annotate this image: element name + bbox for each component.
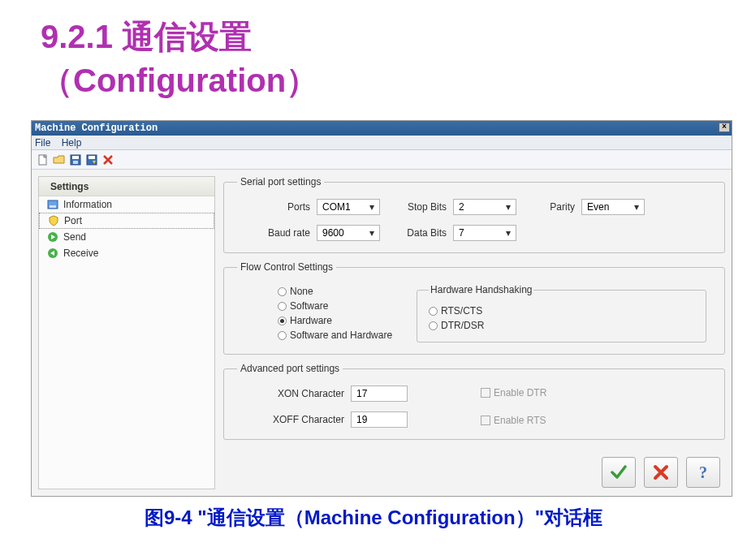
radio-icon	[278, 302, 287, 311]
baud-value: 9600	[322, 227, 344, 239]
check-icon	[609, 463, 628, 482]
flow-control-group: Flow Control Settings None Software	[223, 261, 725, 355]
stopbits-label: Stop Bits	[380, 201, 453, 213]
hw-radio-dtrdsr[interactable]: DTR/DSR	[429, 318, 694, 333]
stopbits-value: 2	[459, 201, 464, 213]
sidebar-header: Settings	[39, 177, 214, 196]
baud-combo[interactable]: 9600 ▾	[317, 225, 380, 241]
xon-value: 17	[356, 388, 367, 399]
parity-combo[interactable]: Even ▾	[581, 199, 645, 215]
xoff-value: 19	[356, 414, 367, 425]
databits-label: Data Bits	[380, 227, 453, 239]
radio-icon	[278, 287, 287, 296]
hardware-handshaking-group: Hardware Handshaking RTS/CTS DTR/DSR	[417, 284, 706, 342]
xon-input[interactable]: 17	[351, 386, 408, 402]
figure-caption: 图9-4 "通信设置（Machine Configuration）"对话框	[0, 505, 747, 531]
enable-dtr-checkbox: Enable DTR	[481, 386, 546, 400]
hw-radio-rtscts[interactable]: RTS/CTS	[429, 304, 694, 318]
radio-icon	[429, 307, 438, 316]
menu-file[interactable]: File	[35, 137, 50, 149]
sidebar-item-label: Information	[63, 196, 112, 213]
question-icon: ?	[694, 463, 712, 481]
chevron-down-icon: ▾	[501, 200, 516, 214]
svg-rect-3	[73, 161, 78, 164]
serial-legend: Serial port settings	[237, 176, 324, 187]
flow-radio-hardware[interactable]: Hardware	[278, 313, 392, 328]
svg-rect-7	[50, 205, 56, 208]
enable-dtr-label: Enable DTR	[494, 387, 546, 398]
svg-text:?: ?	[699, 463, 707, 481]
databits-value: 7	[459, 227, 464, 239]
flow-label: Hardware	[290, 315, 332, 326]
databits-combo[interactable]: 7 ▾	[453, 225, 516, 241]
radio-selected-icon	[278, 317, 287, 325]
menu-bar: File Help	[32, 136, 732, 150]
slide-title-line1: 9.2.1 通信设置	[41, 19, 252, 54]
content-area: Settings Information Port Send	[32, 170, 732, 496]
sidebar-item-label: Port	[64, 213, 82, 229]
cross-icon	[652, 463, 670, 481]
radio-icon	[429, 321, 438, 330]
sidebar-item-label: Send	[63, 229, 86, 245]
help-button[interactable]: ?	[686, 457, 720, 488]
window-titlebar: Machine Configuration ×	[32, 121, 732, 136]
new-file-icon[interactable]	[37, 153, 50, 166]
window-title-text: Machine Configuration	[35, 123, 158, 134]
flow-label: Software	[290, 300, 328, 312]
ports-label: Ports	[237, 201, 317, 213]
radio-icon	[278, 331, 287, 340]
enable-rts-label: Enable RTS	[494, 415, 546, 426]
menu-help[interactable]: Help	[62, 137, 82, 149]
flow-radio-software[interactable]: Software	[278, 299, 392, 313]
flow-radio-none[interactable]: None	[278, 284, 392, 299]
chevron-down-icon: ▾	[365, 200, 379, 214]
slide-title-line2: （Configuration）	[41, 58, 747, 102]
hw-label: DTR/DSR	[441, 320, 484, 331]
svg-rect-2	[72, 156, 79, 159]
flow-label: None	[290, 286, 313, 297]
sidebar-item-information[interactable]: Information	[39, 196, 214, 213]
window-close-button[interactable]: ×	[719, 123, 730, 132]
flow-label: Software and Hardware	[290, 330, 392, 341]
disk-icon	[47, 199, 58, 210]
hw-legend: Hardware Handshaking	[429, 284, 533, 295]
ok-button[interactable]	[602, 457, 636, 488]
chevron-down-icon: ▾	[365, 226, 379, 240]
hw-label: RTS/CTS	[441, 305, 482, 317]
close-icon: ×	[722, 123, 727, 131]
main-panel: Serial port settings Ports COM1 ▾ Stop B…	[223, 176, 725, 489]
ports-value: COM1	[322, 201, 351, 213]
arrow-right-icon	[47, 231, 58, 243]
arrow-left-icon	[47, 248, 58, 259]
xoff-input[interactable]: 19	[351, 411, 408, 428]
xon-label: XON Character	[261, 388, 351, 399]
svg-rect-5	[89, 156, 95, 159]
sidebar-item-label: Receive	[63, 245, 98, 261]
sidebar-item-receive[interactable]: Receive	[39, 245, 214, 261]
parity-label: Parity	[516, 201, 581, 213]
advanced-legend: Advanced port settings	[237, 363, 343, 374]
open-folder-icon[interactable]	[53, 153, 66, 166]
shield-icon	[48, 215, 59, 226]
toolbar	[32, 150, 732, 170]
settings-sidebar: Settings Information Port Send	[38, 176, 215, 489]
enable-rts-checkbox: Enable RTS	[481, 413, 546, 428]
flow-legend: Flow Control Settings	[237, 261, 336, 273]
checkbox-icon	[481, 416, 490, 425]
flow-radio-sw-hw[interactable]: Software and Hardware	[278, 328, 392, 342]
xoff-label: XOFF Character	[261, 414, 351, 425]
parity-value: Even	[587, 201, 609, 213]
checkbox-icon	[481, 388, 490, 398]
dialog-footer-buttons: ?	[602, 457, 720, 488]
stopbits-combo[interactable]: 2 ▾	[453, 199, 516, 215]
sidebar-item-send[interactable]: Send	[39, 229, 214, 245]
save-as-icon[interactable]	[85, 153, 98, 166]
baud-label: Baud rate	[237, 227, 317, 239]
serial-port-settings-group: Serial port settings Ports COM1 ▾ Stop B…	[223, 176, 725, 253]
ports-combo[interactable]: COM1 ▾	[317, 199, 380, 215]
sidebar-item-port[interactable]: Port	[39, 213, 214, 229]
delete-icon[interactable]	[101, 153, 114, 166]
save-icon[interactable]	[69, 153, 82, 166]
cancel-button[interactable]	[644, 457, 678, 488]
chevron-down-icon: ▾	[501, 226, 516, 240]
